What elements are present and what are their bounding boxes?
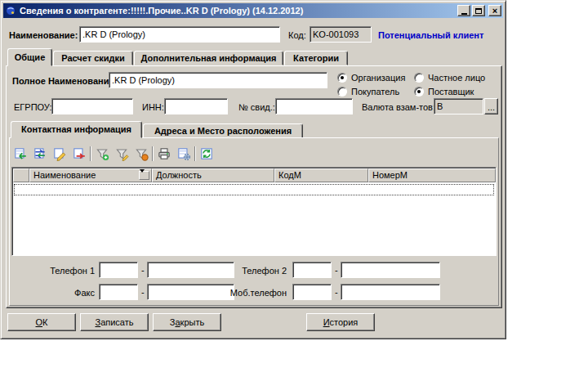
contact-toolbar	[11, 145, 216, 163]
table-header-kodm[interactable]: КодМ	[274, 168, 368, 182]
column-title: Наименование	[33, 170, 96, 180]
contacts-table[interactable]: Наименование Должность КодМ НомерМ	[11, 167, 497, 256]
table-header-name[interactable]: Наименование	[29, 168, 152, 182]
code-label: Код:	[288, 27, 306, 43]
maximize-button[interactable]	[472, 5, 485, 16]
mobile-number-input[interactable]	[341, 284, 440, 300]
radio-icon[interactable]	[414, 87, 424, 96]
window-title: Сведения о контрагенте:!!!!!.Прочие..KR …	[20, 6, 456, 16]
new-record-icon[interactable]	[11, 145, 29, 163]
table-header-position[interactable]: Должность	[152, 168, 274, 182]
phone1-separator: -	[141, 262, 145, 278]
egrpou-input[interactable]	[51, 98, 133, 114]
tab-discount[interactable]: Расчет скидки	[53, 51, 133, 65]
radio-buyer[interactable]: Покупатель	[337, 87, 399, 97]
radio-organization[interactable]: Организация	[337, 73, 405, 83]
print-icon[interactable]	[155, 145, 173, 163]
radio-label: Организация	[351, 73, 405, 83]
tab-addresses[interactable]: Адреса и Место расположения	[143, 123, 303, 138]
table-focused-empty-row[interactable]	[14, 184, 494, 195]
title-bar[interactable]: Сведения о контрагенте:!!!!!.Прочие..KR …	[3, 3, 503, 18]
radio-label: Покупатель	[351, 87, 399, 97]
radio-dot-icon	[417, 90, 421, 93]
fax-code-input[interactable]	[99, 284, 138, 300]
maximize-icon	[475, 8, 482, 14]
column-title: Должность	[156, 170, 202, 180]
tab-label: Общие	[15, 52, 46, 62]
fax-label: Факс	[33, 285, 95, 301]
cert-number-input[interactable]	[275, 98, 353, 114]
filter-add-icon[interactable]	[93, 145, 111, 163]
phone1-label: Телефон 1	[33, 263, 95, 279]
fax-number-input[interactable]	[147, 284, 234, 300]
save-button[interactable]: Записать	[80, 313, 149, 331]
egrpou-label: ЕГРПОУ:	[14, 99, 52, 115]
inn-label: ИНН:	[142, 99, 164, 115]
move-record-icon[interactable]	[31, 145, 49, 163]
toolbar-separator	[90, 146, 91, 161]
cert-number-label: № свид.:	[238, 99, 275, 115]
ellipsis-icon: ...	[488, 102, 495, 112]
mobile-code-input[interactable]	[292, 284, 332, 300]
close-button[interactable]: ×	[488, 5, 501, 16]
column-title: КодМ	[278, 170, 301, 180]
ok-button[interactable]: ОК	[7, 313, 76, 331]
radio-icon[interactable]	[337, 87, 347, 96]
toolbar-separator	[152, 146, 154, 161]
radio-label: Частное лицо	[428, 73, 485, 83]
currency-browse-button[interactable]: ...	[484, 98, 498, 114]
toolbar-separator	[194, 146, 196, 161]
phone2-code-input[interactable]	[292, 262, 332, 278]
tab-additional[interactable]: Дополнительная информация	[134, 51, 283, 65]
button-label: К	[42, 317, 47, 327]
minimize-icon	[461, 13, 467, 15]
name-label: Наименование:	[9, 27, 78, 43]
desktop: Сведения о контрагенте:!!!!!.Прочие..KR …	[0, 0, 588, 368]
currency-input[interactable]	[434, 98, 483, 114]
table-settings-icon[interactable]	[175, 145, 193, 163]
inn-input[interactable]	[164, 98, 228, 114]
chevron-down-icon	[140, 169, 145, 182]
tab-label: Контактная информация	[21, 124, 131, 134]
history-button[interactable]: История	[306, 313, 375, 331]
code-input	[310, 26, 372, 43]
phone1-code-input[interactable]	[99, 262, 138, 278]
minimize-button[interactable]	[457, 5, 470, 16]
dialog-window: Сведения о контрагенте:!!!!!.Прочие..KR …	[0, 0, 506, 339]
radio-label: Поставщик	[428, 87, 474, 97]
currency-label: Валюта взам-тов:	[362, 99, 435, 115]
status-badge: Потенциальный клиент	[378, 27, 483, 43]
close-icon: ×	[492, 7, 497, 16]
tab-label: Категории	[293, 53, 339, 63]
phone2-number-input[interactable]	[341, 262, 440, 278]
radio-private-person[interactable]: Частное лицо	[414, 73, 485, 83]
refresh-icon[interactable]	[198, 145, 216, 163]
radio-supplier[interactable]: Поставщик	[414, 87, 474, 97]
phone1-number-input[interactable]	[147, 262, 234, 278]
button-label: аписать	[100, 317, 133, 327]
tab-label: Адреса и Место расположения	[154, 126, 292, 136]
fax-separator: -	[141, 284, 145, 300]
filter-clear-icon[interactable]	[132, 145, 150, 163]
delete-record-icon[interactable]	[70, 145, 88, 163]
table-header-marker[interactable]	[13, 168, 29, 182]
name-input[interactable]	[79, 26, 280, 43]
column-dropdown-button[interactable]	[139, 171, 149, 180]
radio-icon[interactable]	[414, 73, 424, 83]
radio-dot-icon	[341, 76, 344, 79]
button-label: крыть	[180, 317, 205, 327]
tab-label: Расчет скидки	[61, 53, 125, 63]
edit-record-icon[interactable]	[51, 145, 69, 163]
tab-general[interactable]: Общие	[7, 48, 52, 66]
tab-categories[interactable]: Категории	[284, 51, 348, 65]
full-name-input[interactable]	[109, 72, 327, 88]
radio-icon[interactable]	[337, 73, 347, 83]
tab-label: Дополнительная информация	[141, 53, 277, 63]
column-title: НомерМ	[372, 170, 408, 180]
close-dialog-button[interactable]: Закрыть	[153, 313, 221, 331]
tab-contact-info[interactable]: Контактная информация	[11, 121, 142, 138]
table-header-nomerm[interactable]: НомерМ	[368, 168, 496, 182]
phone2-label: Телефон 2	[234, 263, 287, 279]
full-name-label: Полное Наименование:	[12, 73, 117, 89]
filter-edit-icon[interactable]	[113, 145, 131, 163]
